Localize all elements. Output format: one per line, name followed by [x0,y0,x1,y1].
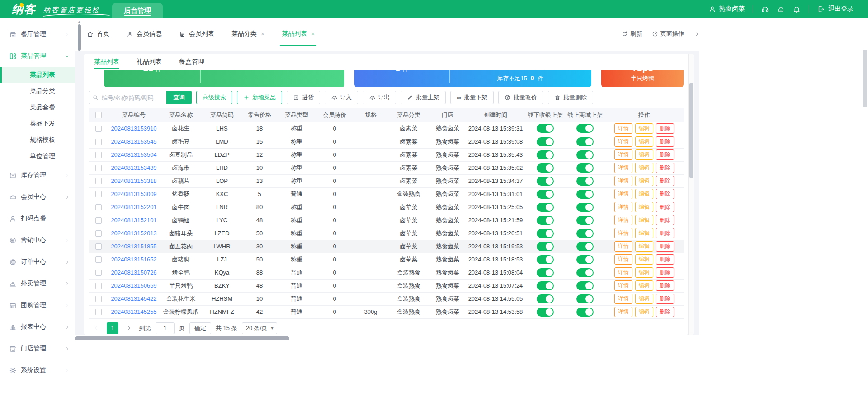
logout-button[interactable]: 退出登录 [817,5,854,13]
detail-button[interactable]: 详情 [614,123,632,134]
row-checkbox[interactable] [95,165,102,171]
edit-button[interactable]: 编辑 [635,149,653,160]
sidebar-item-stock[interactable]: 库存管理 [0,164,75,186]
batch-delete-button[interactable]: 批量删除 [548,91,593,104]
mall-toggle[interactable] [576,150,594,159]
delete-button[interactable]: 删除 [656,189,674,199]
sidebar-subitem-dish-list[interactable]: 菜品列表 [0,67,75,83]
pos-toggle[interactable] [537,308,554,317]
mall-toggle[interactable] [576,124,594,133]
detail-button[interactable]: 详情 [614,176,632,186]
dish-id-link[interactable]: 20240813153545 [111,138,156,145]
delete-button[interactable]: 删除 [656,149,674,160]
sidebar-subitem-dish-category[interactable]: 菜品分类 [0,83,75,99]
edit-button[interactable]: 编辑 [635,254,653,265]
mall-toggle[interactable] [576,268,594,277]
delete-button[interactable]: 删除 [656,280,674,291]
subtab-dish-list[interactable]: 菜品列表 [94,54,119,70]
edit-button[interactable]: 编辑 [635,215,653,225]
row-checkbox[interactable] [95,243,102,250]
sidebar-item-settings[interactable]: 系统设置 [0,359,75,381]
sidebar-item-restaurant[interactable]: 餐厅管理 [0,23,75,45]
panel-scrollbar[interactable] [688,54,694,335]
edit-button[interactable]: 编辑 [635,307,653,317]
refresh-button[interactable]: 刷新 [622,30,642,38]
pos-toggle[interactable] [537,268,554,277]
current-store[interactable]: 熟食卤菜 [708,5,745,13]
dish-id-link[interactable]: 20240813152101 [111,217,156,224]
subtab-gift-list[interactable]: 礼品列表 [137,54,162,70]
detail-button[interactable]: 详情 [614,254,632,265]
detail-button[interactable]: 详情 [614,280,632,291]
delete-button[interactable]: 删除 [656,123,674,134]
detail-button[interactable]: 详情 [614,215,632,225]
dish-id-link[interactable]: 20240813153318 [111,177,156,184]
mall-toggle[interactable] [576,203,594,212]
batch-off-shelf-button[interactable]: ∞批量下架 [450,91,494,104]
pos-toggle[interactable] [537,163,554,173]
export-button[interactable]: 导出 [363,91,396,104]
advanced-search-button[interactable]: 高级搜索 [196,91,232,104]
pos-toggle[interactable] [537,190,554,199]
notifications-icon[interactable] [793,5,801,13]
detail-button[interactable]: 详情 [614,136,632,147]
sidebar-item-member-center[interactable]: 会员中心 [0,186,75,208]
pos-toggle[interactable] [537,294,554,303]
pos-toggle[interactable] [537,242,554,251]
chevron-right-icon[interactable] [694,31,700,37]
delete-button[interactable]: 删除 [656,202,674,212]
mall-toggle[interactable] [576,216,594,225]
dish-id-link[interactable]: 20240813153439 [111,164,156,171]
page-number-button[interactable]: 1 [107,322,118,334]
row-checkbox[interactable] [95,230,102,237]
subtab-mealbox[interactable]: 餐盒管理 [179,54,204,70]
sidebar-item-scan-order[interactable]: 扫码点餐 [0,208,75,229]
detail-button[interactable]: 详情 [614,149,632,160]
search-button[interactable]: 查询 [166,91,192,104]
delete-button[interactable]: 删除 [656,215,674,225]
sidebar-subitem-spec-template[interactable]: 规格模板 [0,132,75,148]
detail-button[interactable]: 详情 [614,202,632,212]
mall-toggle[interactable] [576,308,594,317]
search-input[interactable] [89,91,166,104]
edit-button[interactable]: 编辑 [635,176,653,186]
pos-toggle[interactable] [537,203,554,212]
pos-toggle[interactable] [537,255,554,264]
close-icon[interactable]: × [310,30,315,37]
sidebar-item-stores[interactable]: 门店管理 [0,338,75,359]
edit-button[interactable]: 编辑 [635,189,653,199]
prev-page-button[interactable] [90,322,102,334]
mall-toggle[interactable] [576,190,594,199]
edit-button[interactable]: 编辑 [635,123,653,134]
edit-button[interactable]: 编辑 [635,280,653,291]
page-operations-button[interactable]: 页面操作 [652,30,684,38]
row-checkbox[interactable] [95,152,102,158]
mall-toggle[interactable] [576,137,594,146]
sidebar-item-takeout[interactable]: 外卖管理 [0,273,75,294]
panel-scrollbar-thumb[interactable] [689,83,693,178]
row-checkbox[interactable] [95,217,102,224]
dish-id-link[interactable]: 20240813151855 [111,243,156,250]
sidebar-item-reports[interactable]: 报表中心 [0,316,75,338]
pos-toggle[interactable] [537,137,554,146]
pos-toggle[interactable] [537,177,554,186]
pos-toggle[interactable] [537,229,554,238]
mall-toggle[interactable] [576,255,594,264]
sidebar-item-marketing[interactable]: 营销中心 [0,229,75,251]
sidebar-collapse-toggle[interactable] [76,38,83,44]
detail-button[interactable]: 详情 [614,228,632,238]
tab-dish-list[interactable]: 菜品列表× [282,18,315,50]
delete-button[interactable]: 删除 [656,228,674,238]
row-checkbox[interactable] [95,283,102,289]
edit-button[interactable]: 编辑 [635,136,653,147]
dish-id-link[interactable]: 20240813152201 [111,204,156,210]
sidebar-item-order-center[interactable]: 订单中心 [0,251,75,273]
horizontal-scrollbar-thumb[interactable] [75,336,289,340]
row-checkbox[interactable] [95,126,102,132]
tab-dish-category[interactable]: 菜品分类× [231,18,264,50]
mall-toggle[interactable] [576,281,594,290]
row-checkbox[interactable] [95,270,102,276]
edit-button[interactable]: 编辑 [635,294,653,304]
pos-toggle[interactable] [537,124,554,133]
edit-button[interactable]: 编辑 [635,267,653,278]
